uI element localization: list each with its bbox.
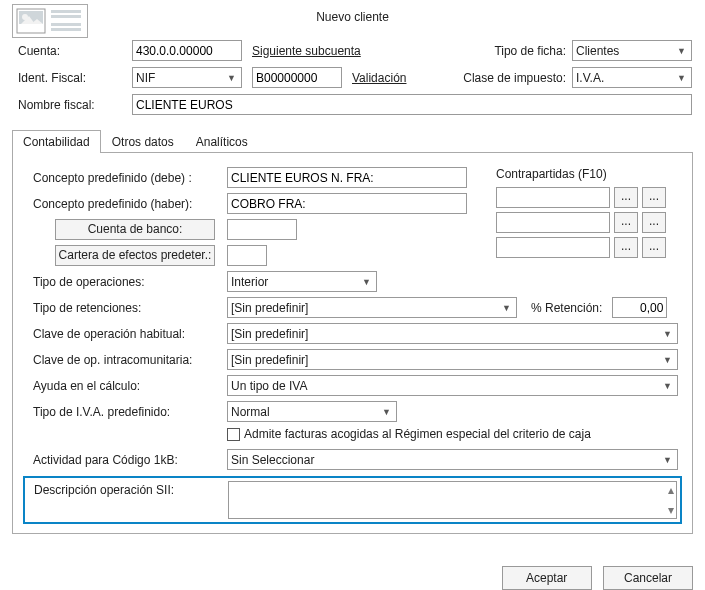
nombre-fiscal-label: Nombre fiscal: [12, 98, 132, 112]
cuenta-input[interactable] [132, 40, 242, 61]
contrapartida-browse-2b[interactable]: ... [642, 212, 666, 233]
checkbox-box-icon [227, 428, 240, 441]
chevron-down-icon: ▼ [360, 277, 373, 287]
contrapartida-browse-3a[interactable]: ... [614, 237, 638, 258]
concepto-haber-input[interactable] [227, 193, 467, 214]
chevron-down-icon: ▼ [675, 73, 688, 83]
chevron-down-icon: ▼ [661, 455, 674, 465]
cartera-efectos-button[interactable]: Cartera de efectos predeter.: [55, 245, 215, 266]
clave-op-habitual-select[interactable]: [Sin predefinir]▼ [227, 323, 678, 344]
chevron-down-icon: ▼ [661, 355, 674, 365]
scroll-up-icon[interactable]: ▴ [668, 483, 674, 497]
dialog-title: Nuevo cliente [12, 6, 693, 40]
clave-op-intra-select[interactable]: [Sin predefinir]▼ [227, 349, 678, 370]
ayuda-calculo-label: Ayuda en el cálculo: [27, 379, 227, 393]
chevron-down-icon: ▼ [661, 381, 674, 391]
contrapartida-input-3[interactable] [496, 237, 610, 258]
tipo-retenciones-select[interactable]: [Sin predefinir]▼ [227, 297, 517, 318]
chevron-down-icon: ▼ [500, 303, 513, 313]
contrapartidas-title: Contrapartidas (F10) [496, 167, 666, 181]
admite-facturas-checkbox[interactable]: Admite facturas acogidas al Régimen espe… [227, 427, 591, 441]
svg-rect-8 [51, 28, 81, 31]
pct-retencion-label: % Retención: [531, 301, 602, 315]
nombre-fiscal-input[interactable] [132, 94, 692, 115]
contrapartida-input-1[interactable] [496, 187, 610, 208]
contrapartida-browse-1a[interactable]: ... [614, 187, 638, 208]
tipo-ficha-label: Tipo de ficha: [392, 44, 572, 58]
concepto-debe-label: Concepto predefinido (debe) : [27, 171, 227, 185]
form-mode-icon[interactable] [12, 4, 88, 38]
clase-impuesto-select[interactable]: I.V.A.▼ [572, 67, 692, 88]
descripcion-sii-textarea[interactable]: ▴▾ [228, 481, 677, 519]
clave-op-intra-label: Clave de op. intracomunitaria: [27, 353, 227, 367]
admite-facturas-label: Admite facturas acogidas al Régimen espe… [244, 427, 591, 441]
tab-otros-datos[interactable]: Otros datos [101, 130, 185, 153]
cuenta-label: Cuenta: [12, 44, 132, 58]
svg-rect-7 [51, 23, 81, 26]
aceptar-button[interactable]: Aceptar [502, 566, 592, 590]
cuenta-banco-input[interactable] [227, 219, 297, 240]
chevron-down-icon: ▼ [380, 407, 393, 417]
ident-fiscal-input[interactable] [252, 67, 342, 88]
tipo-iva-select[interactable]: Normal▼ [227, 401, 397, 422]
clase-impuesto-label: Clase de impuesto: [392, 71, 572, 85]
cartera-efectos-input[interactable] [227, 245, 267, 266]
chevron-down-icon: ▼ [675, 46, 688, 56]
tipo-ficha-select[interactable]: Clientes▼ [572, 40, 692, 61]
cancelar-button[interactable]: Cancelar [603, 566, 693, 590]
scroll-down-icon[interactable]: ▾ [668, 503, 674, 517]
clave-op-habitual-label: Clave de operación habitual: [27, 327, 227, 341]
svg-rect-5 [51, 10, 81, 13]
actividad-label: Actividad para Código 1kB: [27, 453, 227, 467]
descripcion-sii-label: Descripción operación SII: [28, 481, 228, 519]
tab-contabilidad[interactable]: Contabilidad [12, 130, 101, 153]
contrapartida-browse-2a[interactable]: ... [614, 212, 638, 233]
descripcion-sii-group: Descripción operación SII: ▴▾ [23, 476, 682, 524]
cuenta-banco-button[interactable]: Cuenta de banco: [55, 219, 215, 240]
siguiente-subcuenta-link[interactable]: Siguiente subcuenta [252, 44, 392, 58]
svg-rect-6 [51, 15, 81, 18]
contrapartidas-group: Contrapartidas (F10) ...... ...... .....… [496, 167, 666, 262]
tipo-operaciones-select[interactable]: Interior▼ [227, 271, 377, 292]
tipo-operaciones-label: Tipo de operaciones: [27, 275, 227, 289]
tab-analiticos[interactable]: Analíticos [185, 130, 259, 153]
concepto-debe-input[interactable] [227, 167, 467, 188]
concepto-haber-label: Concepto predefinido (haber): [27, 197, 227, 211]
contrapartida-input-2[interactable] [496, 212, 610, 233]
ayuda-calculo-select[interactable]: Un tipo de IVA▼ [227, 375, 678, 396]
tipo-retenciones-label: Tipo de retenciones: [27, 301, 227, 315]
contrapartida-browse-3b[interactable]: ... [642, 237, 666, 258]
actividad-select[interactable]: Sin Seleccionar▼ [227, 449, 678, 470]
contrapartida-browse-1b[interactable]: ... [642, 187, 666, 208]
pct-retencion-input[interactable] [612, 297, 667, 318]
tipo-iva-label: Tipo de I.V.A. predefinido: [27, 405, 227, 419]
ident-fiscal-type-select[interactable]: NIF▼ [132, 67, 242, 88]
chevron-down-icon: ▼ [225, 73, 238, 83]
chevron-down-icon: ▼ [661, 329, 674, 339]
ident-fiscal-label: Ident. Fiscal: [12, 71, 132, 85]
